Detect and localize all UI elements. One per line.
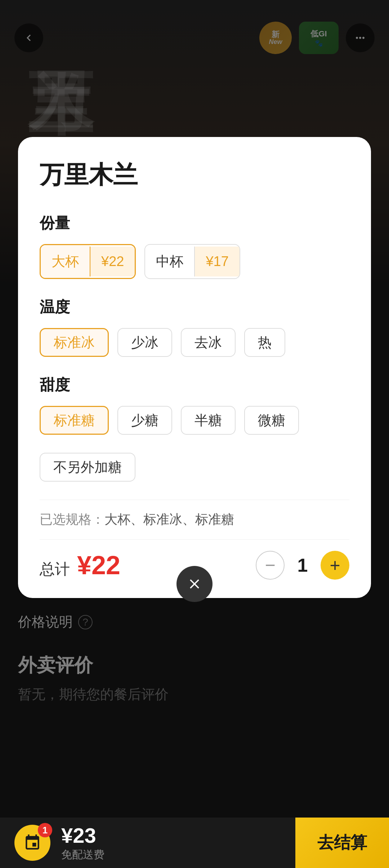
close-icon [187,576,202,592]
sweet-micro[interactable]: 微糖 [244,406,299,435]
cart-badge-count: 1 [38,823,52,837]
quantity-decrease-button[interactable]: − [256,551,285,580]
temp-options-row: 标准冰 少冰 去冰 热 [40,328,349,357]
sweet-standard[interactable]: 标准糖 [40,406,109,435]
cart-icon [23,834,41,852]
cart-total-price: ¥23 [61,823,104,847]
quantity-control: − 1 + [256,551,349,580]
cart-info-section: 1 ¥23 免配送费 [0,823,295,862]
sweet-section-label: 甜度 [40,375,349,395]
size-large-price: ¥22 [90,247,135,276]
checkout-button[interactable]: 去结算 [295,818,389,868]
sweet-options-row-2: 不另外加糖 [40,453,349,482]
sweet-half[interactable]: 半糖 [181,406,236,435]
selected-specs-bar: 已选规格：大杯、标准冰、标准糖 [40,500,349,539]
size-option-large[interactable]: 大杯 ¥22 [40,244,136,279]
size-large-name: 大杯 [41,245,90,278]
cart-icon-wrapper[interactable]: 1 [14,825,50,861]
size-section-label: 份量 [40,213,349,233]
size-options-row: 大杯 ¥22 中杯 ¥17 [40,244,349,279]
sweet-options-row: 标准糖 少糖 半糖 微糖 [40,406,349,435]
quantity-increase-button[interactable]: + [321,551,349,580]
selected-specs-value: 大杯、标准冰、标准糖 [104,512,234,527]
cart-bottom-bar: 1 ¥23 免配送费 去结算 [0,818,389,868]
temp-hot[interactable]: 热 [244,328,285,357]
modal-close-button[interactable] [176,566,213,602]
size-medium-price: ¥17 [194,247,239,276]
temp-section-label: 温度 [40,297,349,317]
product-modal: 万里木兰 份量 大杯 ¥22 中杯 ¥17 温度 标准冰 少冰 去冰 热 甜度 … [18,137,371,598]
quantity-value: 1 [295,554,310,576]
sweet-less[interactable]: 少糖 [117,406,172,435]
temp-less-ice[interactable]: 少冰 [117,328,172,357]
cart-delivery-label: 免配送费 [61,847,104,862]
selected-specs-label: 已选规格： [40,512,104,527]
cart-price-info: ¥23 免配送费 [61,823,104,862]
size-option-medium[interactable]: 中杯 ¥17 [144,244,240,279]
size-medium-name: 中杯 [145,245,194,278]
total-price: ¥22 [77,550,120,580]
temp-standard-ice[interactable]: 标准冰 [40,328,109,357]
sweet-no-extra[interactable]: 不另外加糖 [40,453,135,482]
modal-product-title: 万里木兰 [40,159,349,191]
temp-no-ice[interactable]: 去冰 [181,328,236,357]
total-label: 总计 [40,559,70,579]
